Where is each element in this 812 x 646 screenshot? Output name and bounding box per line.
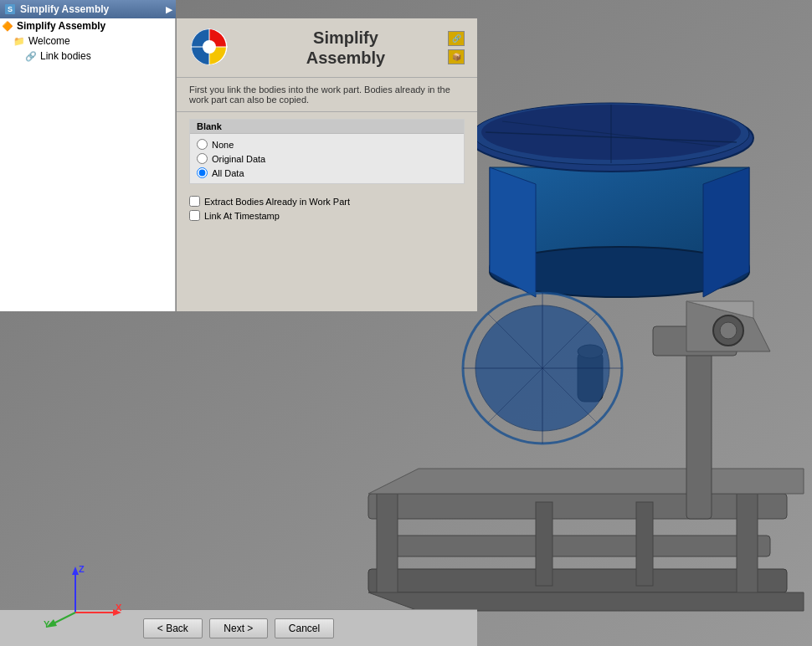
svg-text:Z: Z — [79, 564, 85, 574]
dialog-title-line2: Assembly — [244, 48, 448, 68]
svg-point-15 — [469, 105, 753, 172]
tree-link-bodies-icon: 🔗 — [25, 51, 37, 62]
radio-none[interactable]: None — [197, 137, 457, 151]
svg-line-18 — [486, 132, 737, 142]
svg-text:Y: Y — [44, 619, 50, 629]
svg-point-16 — [473, 103, 749, 165]
description-text: First you link the bodies into the work … — [177, 78, 477, 112]
svg-rect-1 — [368, 494, 787, 519]
radio-original[interactable]: Original Data — [197, 151, 457, 166]
svg-rect-5 — [737, 494, 758, 594]
radio-original-label: Original Data — [212, 154, 265, 164]
radio-none-label: None — [212, 140, 234, 150]
title-bar-label: Simplify Assembly — [20, 3, 109, 15]
svg-rect-11 — [653, 326, 737, 356]
svg-point-23 — [713, 315, 743, 346]
dialog-title: Simplify Assembly — [244, 28, 448, 68]
radio-none-input[interactable] — [197, 139, 208, 150]
svg-point-29 — [463, 293, 622, 443]
radio-options: None Original Data All Data — [190, 134, 464, 183]
radio-all-data-label: All Data — [212, 168, 244, 178]
svg-text:X: X — [116, 602, 122, 613]
tree-item-root[interactable]: 🔶 Simplify Assembly — [0, 18, 175, 33]
svg-marker-28 — [703, 167, 749, 297]
blank-header: Blank — [190, 120, 464, 134]
cancel-button[interactable]: Cancel — [275, 618, 334, 638]
dialog-header-icons: 🔗 📦 — [448, 31, 465, 64]
tree-welcome-icon: 📁 — [13, 36, 25, 47]
svg-marker-21 — [686, 301, 770, 351]
svg-point-14 — [490, 247, 749, 297]
svg-point-30 — [475, 305, 609, 431]
svg-rect-10 — [686, 335, 712, 519]
svg-marker-9 — [368, 592, 804, 611]
svg-rect-25 — [578, 351, 603, 402]
svg-text:S: S — [8, 5, 13, 13]
checkbox-extract-bodies[interactable]: Extract Bodies Already in Work Part — [189, 194, 465, 208]
svg-rect-13 — [490, 167, 749, 272]
svg-marker-8 — [368, 469, 804, 494]
radio-all-data-input[interactable] — [197, 167, 208, 178]
radio-all-data[interactable]: All Data — [197, 166, 457, 180]
svg-line-19 — [502, 121, 720, 146]
tree-item-link-bodies[interactable]: 🔗 Link bodies — [0, 49, 175, 64]
tree-panel: 🔶 Simplify Assembly 📁 Welcome 🔗 Link bod… — [0, 18, 176, 311]
svg-rect-6 — [536, 502, 552, 586]
checkbox-section: Extract Bodies Already in Work Part Link… — [177, 191, 477, 226]
tree-link-bodies-label: Link bodies — [40, 50, 91, 62]
checkbox-timestamp-label: Link At Timestamp — [204, 211, 280, 221]
back-button[interactable]: < Back — [143, 618, 203, 638]
svg-point-17 — [481, 105, 741, 160]
next-button[interactable]: Next > — [209, 618, 268, 638]
checkbox-extract-label: Extract Bodies Already in Work Part — [204, 197, 350, 207]
content-panel: Simplify Assembly 🔗 📦 First you link the… — [176, 18, 477, 311]
svg-rect-4 — [377, 494, 398, 594]
svg-marker-27 — [490, 167, 536, 297]
blank-section: Blank None Original Data All Data — [189, 119, 465, 184]
svg-point-12 — [490, 243, 749, 293]
coordinate-axes: Z X Y — [42, 562, 126, 629]
svg-rect-2 — [385, 536, 770, 556]
svg-point-24 — [720, 322, 737, 339]
tree-item-welcome[interactable]: 📁 Welcome — [0, 33, 175, 49]
nx-logo — [189, 27, 231, 69]
title-bar: S Simplify Assembly ▶ — [0, 0, 176, 18]
radio-original-input[interactable] — [197, 153, 208, 164]
tree-welcome-label: Welcome — [28, 35, 70, 47]
tree-root-icon: 🔶 — [2, 21, 13, 32]
svg-line-33 — [488, 314, 597, 423]
svg-rect-7 — [636, 502, 653, 586]
parts-icon[interactable]: 📦 — [448, 49, 465, 64]
app-icon: S — [3, 3, 17, 16]
svg-marker-22 — [686, 301, 753, 318]
tree-root-label: Simplify Assembly — [17, 20, 105, 32]
link-icon[interactable]: 🔗 — [448, 31, 465, 46]
checkbox-link-timestamp[interactable]: Link At Timestamp — [189, 208, 465, 223]
checkbox-timestamp-input[interactable] — [189, 210, 200, 221]
svg-point-26 — [578, 345, 603, 358]
svg-line-34 — [488, 314, 597, 423]
title-bar-arrow[interactable]: ▶ — [166, 5, 172, 14]
checkbox-extract-input[interactable] — [189, 196, 200, 207]
svg-marker-42 — [72, 567, 79, 575]
svg-rect-3 — [368, 569, 787, 592]
dialog-title-line1: Simplify — [244, 28, 448, 48]
dialog-header: Simplify Assembly 🔗 📦 — [177, 18, 477, 78]
